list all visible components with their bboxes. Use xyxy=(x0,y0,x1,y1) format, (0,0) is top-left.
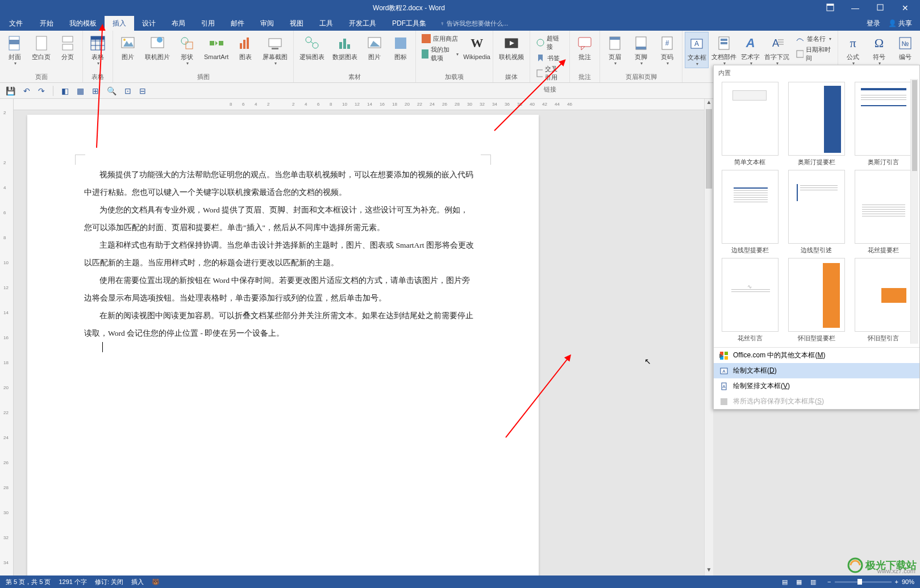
vertical-ruler[interactable]: 2246810121416182022242628303234 xyxy=(0,99,14,576)
view-print-icon[interactable]: ▦ xyxy=(793,578,805,585)
data-chart-button[interactable]: 数据图表 xyxy=(329,32,361,62)
ribbon-display-options-icon[interactable] xyxy=(818,3,843,13)
status-revision[interactable]: 修订: 关闭 xyxy=(95,578,123,586)
signature-line-button[interactable]: 签名行 ▾ xyxy=(796,33,832,44)
zoom-level[interactable]: 90% xyxy=(902,578,914,585)
scroll-down-icon[interactable]: ▼ xyxy=(705,566,713,576)
blank-page-button[interactable]: 空白页 xyxy=(28,32,54,62)
zoom-out-icon[interactable]: − xyxy=(827,578,831,585)
qat-icon[interactable]: ▦ xyxy=(77,86,84,95)
online-pictures-button[interactable]: 联机图片 xyxy=(141,32,173,62)
login-link[interactable]: 登录 xyxy=(867,19,880,28)
number-button[interactable]: №编号 xyxy=(893,32,918,62)
tab-tools[interactable]: 工具 xyxy=(311,16,341,31)
page-break-button[interactable]: 分页 xyxy=(55,32,80,62)
tab-design[interactable]: 设计 xyxy=(134,16,164,31)
paragraph[interactable]: 为使您的文档具有专业外观，Word 提供了页眉、页脚、封面和文本框设计，这些设计… xyxy=(84,201,476,236)
bookmark-button[interactable]: 书签 xyxy=(536,52,564,64)
paragraph[interactable]: 在新的阅读视图中阅读更加容易。可以折叠文档某些部分并关注所需文本。如果在达到结尾… xyxy=(84,307,476,342)
maximize-button[interactable] xyxy=(868,3,893,13)
hyperlink-button[interactable]: 超链接 xyxy=(536,33,564,52)
tab-references[interactable]: 引用 xyxy=(193,16,223,31)
cross-reference-button[interactable]: 交叉引用 xyxy=(536,64,564,83)
share-button[interactable]: 👤 共享 xyxy=(888,19,912,28)
tab-home[interactable]: 开始 xyxy=(32,16,61,31)
paragraph[interactable]: 使用在需要位置出现的新按钮在 Word 中保存时间。若要更改图片适应文档的方式，… xyxy=(84,272,476,307)
wordart-button[interactable]: A艺术字▾ xyxy=(739,32,762,67)
picture-extra-button[interactable]: 图片 xyxy=(362,32,387,62)
gallery-item-simple-textbox[interactable]: 简单文本框 xyxy=(719,82,780,166)
gallery-item-filigree-quote[interactable]: ∿ 花丝引言 xyxy=(719,258,780,343)
tab-mytemplates[interactable]: 我的模板 xyxy=(61,16,105,31)
menu-draw-vertical-textbox[interactable]: A 绘制竖排文本框(V) xyxy=(714,378,919,394)
zoom-slider[interactable] xyxy=(835,581,892,583)
menu-office-textboxes[interactable]: Office.com 中的其他文本框(M) ▶ xyxy=(714,348,919,363)
tab-layout[interactable]: 布局 xyxy=(164,16,193,31)
quick-parts-button[interactable]: 文档部件▾ xyxy=(710,32,738,67)
header-button[interactable]: 页眉▾ xyxy=(602,32,627,67)
tab-pdf[interactable]: PDF工具集 xyxy=(384,16,434,31)
zoom-control[interactable]: − + 90% xyxy=(827,578,914,585)
cover-page-button[interactable]: 封面▾ xyxy=(2,32,27,67)
pictures-button[interactable]: 图片 xyxy=(115,32,140,62)
status-wordcount[interactable]: 1291 个字 xyxy=(59,578,87,586)
view-web-icon[interactable]: ▥ xyxy=(807,578,819,585)
save-icon[interactable]: 💾 xyxy=(6,86,15,95)
redo-icon[interactable]: ↷ xyxy=(38,86,45,95)
gallery-item-austin-sidebar[interactable]: 奥斯汀提要栏 xyxy=(786,82,847,166)
symbol-button[interactable]: Ω符号▾ xyxy=(867,32,892,67)
app-store-button[interactable]: 应用商店 xyxy=(422,33,459,44)
tell-me-search[interactable]: ♀ 告诉我您想要做什么... xyxy=(440,16,508,31)
table-button[interactable]: 表格▾ xyxy=(85,32,110,67)
qat-icon[interactable]: 🔍 xyxy=(107,86,116,95)
qat-icon[interactable]: ⊞ xyxy=(92,86,99,95)
gallery-scrollbar[interactable] xyxy=(910,79,918,344)
gallery-item-sideline-sidebar[interactable]: 边线型提要栏 xyxy=(719,170,780,255)
tab-insert[interactable]: 插入 xyxy=(105,16,134,31)
tab-developer[interactable]: 开发工具 xyxy=(341,16,384,31)
logic-chart-button[interactable]: 逻辑图表 xyxy=(296,32,328,62)
minimize-button[interactable]: — xyxy=(843,3,868,13)
zoom-in-icon[interactable]: + xyxy=(895,578,898,585)
document-page[interactable]: 视频提供了功能强大的方法帮助您证明您的观点。当您单击联机视频时，可以在想要添加的… xyxy=(27,115,539,576)
smartart-button[interactable]: SmartArt xyxy=(201,32,232,62)
wikipedia-button[interactable]: WWikipedia xyxy=(463,32,490,62)
menu-draw-textbox[interactable]: A 绘制文本框(D) xyxy=(714,363,919,378)
gallery-item-filigree-sidebar[interactable]: 花丝提要栏 xyxy=(853,170,914,255)
paragraph[interactable]: 主题和样式也有助于文档保持协调。当您单击设计并选择新的主题时，图片、图表或 Sm… xyxy=(84,236,476,272)
tab-view[interactable]: 视图 xyxy=(282,16,311,31)
status-lang-icon[interactable]: 🐻 xyxy=(152,578,160,586)
close-button[interactable]: ✕ xyxy=(893,3,918,13)
shapes-button[interactable]: 形状▾ xyxy=(174,32,199,67)
qat-icon[interactable]: ◧ xyxy=(61,86,69,95)
tab-review[interactable]: 审阅 xyxy=(252,16,282,31)
scroll-up-icon[interactable]: ▲ xyxy=(705,99,713,108)
gallery-item-sideline-quote[interactable]: 边线型引述 xyxy=(786,170,847,255)
comment-button[interactable]: 批注 xyxy=(572,32,597,62)
gallery-item-retro-sidebar[interactable]: 怀旧型提要栏 xyxy=(786,258,847,343)
gallery-item-retro-quote[interactable]: 怀旧型引言 xyxy=(853,258,914,343)
status-page[interactable]: 第 5 页，共 5 页 xyxy=(6,578,51,586)
horizontal-ruler[interactable]: 8642246810121416182022242628303234363840… xyxy=(14,99,713,110)
undo-icon[interactable]: ↶ xyxy=(23,86,30,95)
date-time-button[interactable]: 日期和时间 xyxy=(796,44,832,64)
icon-button[interactable]: 图标 xyxy=(388,32,413,62)
textbox-button[interactable]: A文本框▾ xyxy=(685,32,709,68)
chart-button[interactable]: 图表 xyxy=(233,32,258,62)
gallery-item-austin-quote[interactable]: 奥斯汀引言 xyxy=(853,82,914,166)
status-insert[interactable]: 插入 xyxy=(131,578,144,586)
drop-cap-button[interactable]: A首字下沉▾ xyxy=(763,32,791,67)
footer-button[interactable]: 页脚▾ xyxy=(628,32,653,67)
qat-icon[interactable]: ⊡ xyxy=(124,86,131,95)
tab-file[interactable]: 文件 xyxy=(0,16,32,31)
screenshot-button[interactable]: 屏幕截图▾ xyxy=(259,32,291,67)
tab-mailings[interactable]: 邮件 xyxy=(223,16,252,31)
qat-icon[interactable]: ⊟ xyxy=(139,86,146,95)
vertical-scrollbar[interactable]: ▲ ▼ xyxy=(704,99,713,576)
scroll-thumb[interactable] xyxy=(706,109,712,189)
view-read-icon[interactable]: ▤ xyxy=(779,578,791,585)
page-number-button[interactable]: #页码▾ xyxy=(655,32,680,67)
my-addins-button[interactable]: 我的加载项 ▾ xyxy=(422,44,459,64)
equation-button[interactable]: π公式▾ xyxy=(840,32,865,67)
paragraph[interactable]: 视频提供了功能强大的方法帮助您证明您的观点。当您单击联机视频时，可以在想要添加的… xyxy=(84,166,476,201)
